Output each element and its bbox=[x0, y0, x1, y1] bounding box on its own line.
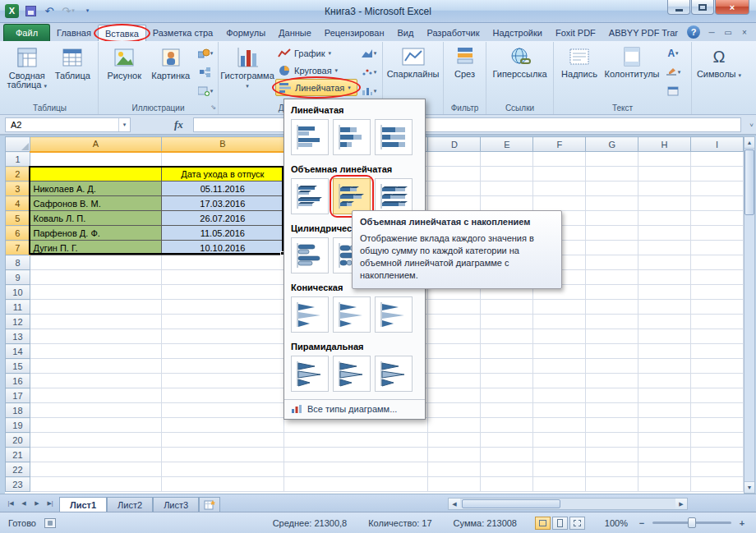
cell-A23[interactable] bbox=[30, 477, 161, 492]
cell-A17[interactable] bbox=[30, 388, 161, 403]
cell-H11[interactable] bbox=[638, 300, 691, 315]
row-header-22[interactable]: 22 bbox=[6, 462, 30, 477]
column-header-A[interactable]: A bbox=[30, 137, 161, 152]
cell-F18[interactable] bbox=[533, 403, 586, 418]
row-header-18[interactable]: 18 bbox=[6, 403, 30, 418]
name-box-dropdown-icon[interactable]: ▾ bbox=[118, 118, 130, 131]
cell-H22[interactable] bbox=[638, 462, 691, 477]
textbox-button[interactable]: Надпись bbox=[556, 44, 602, 102]
tab-view[interactable]: Вид bbox=[391, 25, 421, 41]
scroll-up-icon[interactable]: ▲ bbox=[744, 137, 754, 149]
signature-line-button[interactable]: ▾ bbox=[663, 63, 683, 80]
row-header-7[interactable]: 7 bbox=[6, 241, 30, 255]
cell-H15[interactable] bbox=[638, 359, 691, 374]
cell-C19[interactable] bbox=[284, 418, 428, 433]
cell-G10[interactable] bbox=[586, 285, 638, 300]
column-header-G[interactable]: G bbox=[586, 137, 638, 152]
cell-F21[interactable] bbox=[533, 448, 586, 462]
cell-F19[interactable] bbox=[533, 418, 586, 433]
sparklines-button[interactable]: Спарклайны bbox=[385, 44, 440, 102]
row-header-13[interactable]: 13 bbox=[6, 329, 30, 344]
cell-I12[interactable] bbox=[691, 315, 744, 329]
cell-A7[interactable]: Дугин П. Г. bbox=[30, 241, 161, 255]
help-icon[interactable]: ? bbox=[687, 25, 700, 39]
chart-type-bar-2d-stacked[interactable] bbox=[333, 119, 371, 155]
chart-type-bar-cone-clustered[interactable] bbox=[291, 296, 329, 333]
sheet-tab-sheet1[interactable]: Лист1 bbox=[59, 497, 107, 512]
cell-B9[interactable] bbox=[161, 270, 284, 285]
cell-A2[interactable] bbox=[30, 167, 161, 181]
row-header-16[interactable]: 16 bbox=[6, 374, 30, 388]
cell-B17[interactable] bbox=[161, 388, 284, 403]
cell-G1[interactable] bbox=[586, 152, 638, 167]
cell-D12[interactable] bbox=[428, 315, 481, 329]
cell-E12[interactable] bbox=[481, 315, 533, 329]
cell-D22[interactable] bbox=[428, 462, 481, 477]
cell-I19[interactable] bbox=[691, 418, 744, 433]
cell-F17[interactable] bbox=[533, 388, 586, 403]
chart-type-bar-pyramid-clustered[interactable] bbox=[291, 356, 329, 392]
row-header-21[interactable]: 21 bbox=[6, 448, 30, 462]
cell-A15[interactable] bbox=[30, 359, 161, 374]
cell-I6[interactable] bbox=[691, 226, 744, 241]
cell-G12[interactable] bbox=[586, 315, 638, 329]
cell-G13[interactable] bbox=[586, 329, 638, 344]
cell-H19[interactable] bbox=[638, 418, 691, 433]
cell-D2[interactable] bbox=[428, 167, 481, 181]
cell-G19[interactable] bbox=[586, 418, 638, 433]
cell-I20[interactable] bbox=[691, 433, 744, 448]
cell-H7[interactable] bbox=[638, 241, 691, 255]
cell-B19[interactable] bbox=[161, 418, 284, 433]
cell-F1[interactable] bbox=[533, 152, 586, 167]
cell-E17[interactable] bbox=[481, 388, 533, 403]
cell-E18[interactable] bbox=[481, 403, 533, 418]
cell-F22[interactable] bbox=[533, 462, 586, 477]
row-header-2[interactable]: 2 bbox=[6, 167, 30, 181]
cell-G6[interactable] bbox=[586, 226, 638, 241]
all-chart-types-button[interactable]: Все типы диаграмм... bbox=[284, 399, 425, 417]
cell-I2[interactable] bbox=[691, 167, 744, 181]
cell-G3[interactable] bbox=[586, 181, 638, 196]
tab-insert[interactable]: Вставка bbox=[98, 25, 146, 41]
cell-A3[interactable]: Николаев А. Д. bbox=[30, 181, 161, 196]
cell-F20[interactable] bbox=[533, 433, 586, 448]
cell-B13[interactable] bbox=[161, 329, 284, 344]
other-charts-button[interactable]: ▾ bbox=[359, 82, 379, 99]
cell-H20[interactable] bbox=[638, 433, 691, 448]
cell-H21[interactable] bbox=[638, 448, 691, 462]
cell-I1[interactable] bbox=[691, 152, 744, 167]
last-sheet-button[interactable]: ▶| bbox=[44, 498, 56, 509]
cell-I18[interactable] bbox=[691, 403, 744, 418]
cell-D17[interactable] bbox=[428, 388, 481, 403]
view-page-layout-button[interactable] bbox=[552, 517, 568, 530]
chart-type-bar-3d-clustered[interactable] bbox=[291, 178, 329, 214]
pivot-table-button[interactable]: Сводная таблица ▾ bbox=[4, 44, 50, 102]
horizontal-scrollbar[interactable]: ◀ ▶ bbox=[448, 498, 688, 510]
area-chart-button[interactable]: ▾ bbox=[359, 44, 379, 62]
zoom-out-button[interactable]: − bbox=[636, 517, 648, 529]
row-header-14[interactable]: 14 bbox=[6, 344, 30, 359]
zoom-thumb[interactable] bbox=[688, 517, 696, 528]
cell-G21[interactable] bbox=[586, 448, 638, 462]
cell-D1[interactable] bbox=[428, 152, 481, 167]
cell-I8[interactable] bbox=[691, 255, 744, 270]
pie-chart-button[interactable]: Круговая▾ bbox=[275, 62, 357, 79]
cell-C20[interactable] bbox=[284, 433, 428, 448]
shapes-button[interactable]: ▾ bbox=[196, 44, 215, 62]
cell-F13[interactable] bbox=[533, 329, 586, 344]
row-header-5[interactable]: 5 bbox=[6, 211, 30, 226]
sheet-tab-sheet2[interactable]: Лист2 bbox=[107, 497, 153, 512]
cell-B23[interactable] bbox=[161, 477, 284, 492]
formula-bar-expand-icon[interactable]: ˅ bbox=[749, 122, 754, 129]
cell-E2[interactable] bbox=[481, 167, 533, 181]
cell-B16[interactable] bbox=[161, 374, 284, 388]
cell-D16[interactable] bbox=[428, 374, 481, 388]
cell-H14[interactable] bbox=[638, 344, 691, 359]
cell-B4[interactable]: 17.03.2016 bbox=[161, 196, 284, 211]
cell-H13[interactable] bbox=[638, 329, 691, 344]
macro-record-button[interactable] bbox=[44, 518, 56, 528]
cell-A22[interactable] bbox=[30, 462, 161, 477]
scroll-down-icon[interactable]: ▼ bbox=[744, 481, 754, 493]
cell-H9[interactable] bbox=[638, 270, 691, 285]
zoom-in-button[interactable]: + bbox=[736, 517, 748, 529]
